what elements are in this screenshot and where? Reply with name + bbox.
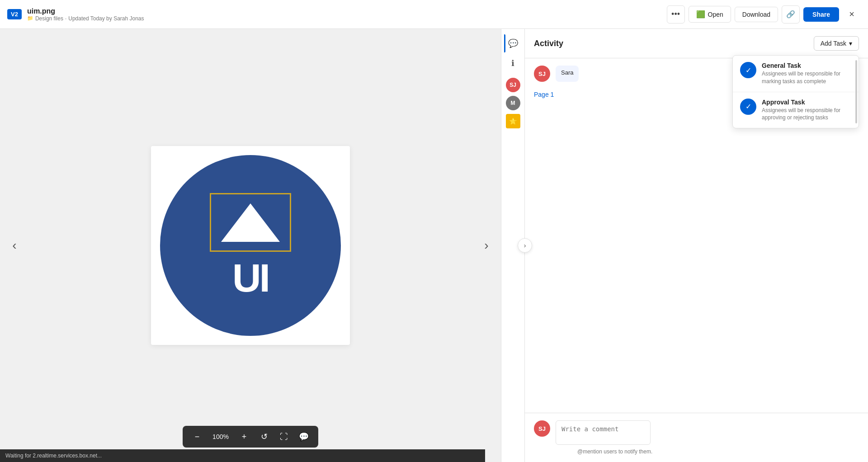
general-task-title: General Task <box>762 62 851 69</box>
approval-task-item[interactable]: ✓ Approval Task Assignees will be respon… <box>733 92 859 128</box>
uim-box <box>210 193 291 252</box>
sidebar-strip-comment[interactable]: 💬 <box>504 34 522 52</box>
file-preview: UI <box>151 146 350 345</box>
chevron-down-icon: ▾ <box>849 40 852 47</box>
uim-triangle <box>221 203 280 242</box>
comment-hint: @mention users to notify them. <box>556 448 859 455</box>
approval-task-text: Approval Task Assignees will be responsi… <box>762 99 851 122</box>
activity-title: Activity <box>534 39 563 48</box>
download-button[interactable]: Download <box>735 7 778 22</box>
active-indicator <box>504 34 505 52</box>
add-task-button[interactable]: Add Task ▾ <box>814 36 859 51</box>
link-icon: 🔗 <box>786 10 795 19</box>
file-location: Design files <box>35 15 63 22</box>
preview-toolbar: − 100% + ↺ ⛶ 💬 <box>183 426 318 448</box>
add-task-label: Add Task <box>821 40 846 47</box>
approval-task-icon: ✓ <box>740 99 756 115</box>
approval-task-desc: Assignees will be responsible for approv… <box>762 107 851 122</box>
file-meta: 📁 Design files · Updated Today by Sarah … <box>27 15 661 22</box>
sidebar-strip-info[interactable]: ℹ <box>504 54 522 72</box>
zoom-out-button[interactable]: − <box>190 429 204 444</box>
comment-bubble: Sara <box>556 66 579 82</box>
fullscreen-button[interactable]: ⛶ <box>277 429 291 444</box>
activity-panel: › Activity Add Task ▾ ✓ General Task Ass… <box>524 29 868 462</box>
prev-arrow-button[interactable]: ‹ <box>4 235 25 256</box>
file-name: uim.png <box>27 7 661 15</box>
dropdown-scrollbar <box>855 60 857 123</box>
footer-avatar: SJ <box>534 420 550 437</box>
open-icon: 🟩 <box>696 10 705 19</box>
rotate-button[interactable]: ↺ <box>257 429 271 444</box>
copy-link-button[interactable]: 🔗 <box>782 5 800 24</box>
task-dropdown: ✓ General Task Assignees will be respons… <box>732 55 859 128</box>
panel-toggle-button[interactable]: › <box>518 238 532 253</box>
file-updated: Updated Today by Sarah Jonas <box>68 15 144 22</box>
general-task-desc: Assignees will be responsible for markin… <box>762 70 851 85</box>
close-button[interactable]: × <box>843 5 861 24</box>
topbar: V2 uim.png 📁 Design files · Updated Toda… <box>0 0 868 29</box>
file-info: uim.png 📁 Design files · Updated Today b… <box>27 7 661 22</box>
activity-header: Activity Add Task ▾ ✓ General Task Assig… <box>525 29 868 58</box>
open-button[interactable]: 🟩 Open <box>689 6 731 23</box>
main-content: ‹ UI › − 100% + ↺ ⛶ 💬 Waiting for 2.real… <box>0 29 868 462</box>
status-text: Waiting for 2.realtime.services.box.net.… <box>5 453 102 459</box>
annotation-button[interactable]: 💬 <box>297 429 311 444</box>
uim-circle: UI <box>160 155 341 336</box>
comment-icon: 💬 <box>508 38 518 48</box>
statusbar: Waiting for 2.realtime.services.box.net.… <box>0 449 485 462</box>
comment-input-area: SJ @mention users to notify them. <box>534 420 859 455</box>
share-button[interactable]: Share <box>803 7 839 22</box>
user-avatar-sj: SJ <box>506 78 520 92</box>
approval-task-title: Approval Task <box>762 99 851 106</box>
info-icon: ℹ <box>511 58 514 68</box>
uim-text: UI <box>232 258 269 298</box>
user-avatar-m: M <box>506 96 520 110</box>
next-arrow-button[interactable]: › <box>476 235 497 256</box>
comment-avatar-sara: SJ <box>534 66 550 82</box>
zoom-in-button[interactable]: + <box>237 429 251 444</box>
topbar-actions: ••• 🟩 Open Download 🔗 Share × <box>667 5 861 24</box>
activity-footer: SJ @mention users to notify them. <box>525 413 868 462</box>
general-task-icon: ✓ <box>740 62 756 78</box>
folder-icon: 📁 <box>27 15 33 21</box>
preview-area: ‹ UI › − 100% + ↺ ⛶ 💬 Waiting for 2.real… <box>0 29 501 462</box>
zoom-level: 100% <box>210 433 231 440</box>
user-avatar-star: ⭐ <box>506 114 520 128</box>
general-task-text: General Task Assignees will be responsib… <box>762 62 851 85</box>
more-options-button[interactable]: ••• <box>667 5 685 24</box>
comment-input[interactable] <box>556 420 651 445</box>
version-badge: V2 <box>7 9 22 19</box>
general-task-item[interactable]: ✓ General Task Assignees will be respons… <box>733 56 859 92</box>
